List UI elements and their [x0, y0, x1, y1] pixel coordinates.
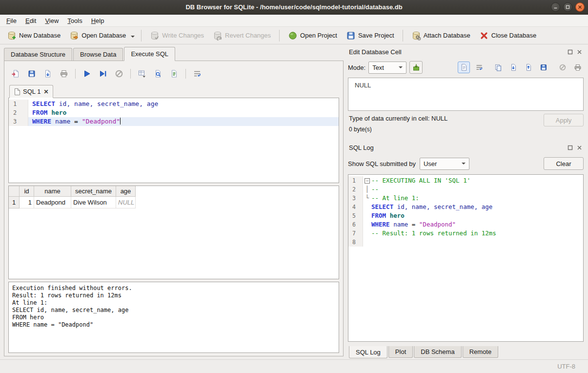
cell-name[interactable]: Deadpond [34, 197, 71, 208]
word-wrap-icon[interactable] [191, 67, 203, 80]
line-number: 2 [9, 108, 28, 117]
open-database-icon [69, 31, 79, 41]
content-area: Database Structure Browse Data Execute S… [0, 44, 588, 359]
text-view-icon[interactable] [458, 62, 470, 73]
attach-database-button[interactable]: Attach Database [407, 29, 474, 42]
sql-editor[interactable]: 1 SELECT id, name, secret_name, age 2 FR… [8, 98, 339, 183]
print-cell-icon[interactable] [571, 62, 584, 73]
find-replace-icon[interactable] [152, 67, 164, 80]
cell-id[interactable]: 1 [20, 197, 34, 208]
clear-log-button[interactable]: Clear [544, 157, 584, 170]
sql-toolbar-separator [130, 69, 131, 79]
close-panel-icon[interactable] [576, 48, 583, 55]
column-header-secret-name[interactable]: secret_name [71, 186, 116, 197]
close-icon [577, 4, 583, 10]
menu-help[interactable]: Help [87, 16, 109, 26]
sql-toolbar-separator [185, 69, 186, 79]
fold-collapse-icon[interactable]: − [365, 178, 370, 184]
print-sql-icon[interactable] [58, 67, 70, 80]
close-database-icon [479, 31, 489, 41]
import-cell-icon[interactable] [507, 62, 519, 73]
apply-button[interactable]: Apply [544, 114, 584, 126]
menu-tools[interactable]: Tools [63, 16, 86, 26]
tab-database-structure[interactable]: Database Structure [4, 48, 72, 61]
sql-doc-tabbar: SQL 1 ✕ [8, 83, 339, 98]
close-panel-icon[interactable] [576, 144, 583, 151]
close-database-button[interactable]: Close Database [475, 29, 541, 42]
tab-browse-data[interactable]: Browse Data [73, 48, 123, 61]
revert-changes-button[interactable]: Revert Changes [209, 29, 275, 42]
execute-current-line-icon[interactable] [97, 67, 109, 80]
format-sql-icon[interactable] [168, 67, 181, 80]
close-button[interactable] [575, 2, 585, 12]
menu-file[interactable]: File [2, 16, 21, 26]
write-changes-button[interactable]: Write Changes [146, 29, 208, 42]
attach-database-icon [411, 31, 421, 41]
right-panel: Edit Database Cell Mode: Text [346, 44, 588, 359]
cell-size-info: 0 byte(s) [349, 126, 583, 133]
set-null-icon[interactable] [556, 62, 568, 73]
new-database-icon [7, 31, 17, 41]
log-line: 4 SELECT id, name, secret_name, age [348, 203, 583, 211]
sql-tab-close-icon[interactable]: ✕ [43, 88, 48, 95]
log-filter-label: Show SQL submitted by [348, 160, 416, 167]
titlebar[interactable]: DB Browser for SQLite - /home/user/code/… [0, 0, 588, 15]
export-cell-icon[interactable] [522, 62, 534, 73]
cell-info: Type of data currently in cell: NULL 0 b… [348, 111, 584, 142]
stop-icon[interactable] [113, 67, 125, 80]
export-results-icon[interactable] [136, 67, 148, 80]
cell-secret-name[interactable]: Dive Wilson [71, 197, 116, 208]
save-sql-as-icon[interactable] [41, 67, 54, 80]
sql-doc-tab[interactable]: SQL 1 ✕ [9, 85, 53, 98]
word-wrap-icon[interactable] [473, 62, 485, 73]
save-sql-file-icon[interactable] [25, 67, 38, 80]
log-filter-select[interactable]: User [420, 158, 469, 170]
sql-toolbar-separator [75, 69, 76, 79]
copy-cell-icon[interactable] [492, 62, 504, 73]
cell-age-null[interactable]: NULL [116, 197, 136, 208]
editor-line-current: 3 WHERE name = "Deadpond" [9, 117, 339, 126]
open-database-dropdown[interactable] [129, 29, 137, 42]
column-header-name[interactable]: name [34, 186, 71, 197]
row-header[interactable]: 1 [9, 197, 20, 208]
mode-select[interactable]: Text [368, 62, 406, 74]
column-header-id[interactable]: id [20, 186, 34, 197]
attach-database-label: Attach Database [424, 32, 470, 39]
new-database-button[interactable]: New Database [3, 29, 64, 42]
cell-value-editor[interactable]: NULL [348, 78, 584, 111]
open-project-label: Open Project [300, 32, 337, 39]
execution-message[interactable]: Execution finished without errors. Resul… [8, 282, 339, 353]
results-grid[interactable]: id name secret_name age 1 1 Deadpond Div… [8, 186, 339, 279]
edit-cell-toolbar: Mode: Text [348, 59, 584, 76]
open-external-button[interactable] [409, 61, 423, 74]
menu-view[interactable]: View [41, 16, 63, 26]
fold-line: └ [363, 194, 371, 203]
tab-db-schema[interactable]: DB Schema [414, 346, 461, 358]
log-line-number: 7 [348, 229, 363, 238]
column-header-age[interactable]: age [116, 186, 136, 197]
open-project-button[interactable]: Open Project [284, 29, 341, 42]
maximize-button[interactable] [563, 2, 572, 12]
tab-sql-log[interactable]: SQL Log [349, 346, 387, 358]
toolbar-separator [141, 30, 142, 41]
save-project-button[interactable]: Save Project [342, 29, 398, 42]
close-database-label: Close Database [491, 32, 537, 39]
log-line-number: 8 [348, 238, 363, 247]
tab-plot[interactable]: Plot [388, 346, 413, 358]
float-panel-icon[interactable] [567, 48, 573, 55]
editor-line: 2 FROM hero [9, 108, 339, 117]
open-project-icon [288, 31, 298, 41]
log-line: 2 │ -- [348, 185, 583, 194]
sql-log-view[interactable]: 1 − -- EXECUTING ALL IN 'SQL 1' 2 │ -- 3… [348, 174, 584, 342]
open-database-button[interactable]: Open Database [65, 29, 130, 42]
float-panel-icon[interactable] [567, 144, 573, 151]
open-sql-file-icon[interactable] [9, 67, 22, 80]
tab-remote[interactable]: Remote [463, 346, 499, 358]
execute-all-icon[interactable] [81, 67, 93, 80]
maximize-icon [565, 4, 570, 10]
save-cell-icon[interactable] [537, 62, 549, 73]
minimize-button[interactable] [551, 2, 560, 12]
menu-edit[interactable]: Edit [21, 16, 41, 26]
tab-execute-sql[interactable]: Execute SQL [124, 47, 175, 61]
encoding-indicator[interactable]: UTF-8 [557, 363, 575, 370]
